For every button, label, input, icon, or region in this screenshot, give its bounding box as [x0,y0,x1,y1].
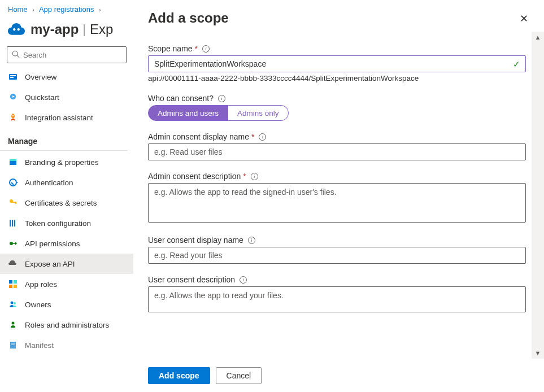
svg-rect-5 [10,75,16,76]
admin-desc-label: Admin consent description* i [148,172,526,181]
chevron-right-icon: › [32,6,34,13]
info-icon[interactable]: i [240,276,247,284]
branding-icon [8,157,18,167]
svg-rect-21 [14,285,17,288]
page-title-section: Exp [90,21,113,37]
rocket-icon [8,112,18,123]
user-consent-display-name-input[interactable] [148,247,526,264]
svg-point-2 [12,51,18,56]
nav-integration-assistant[interactable]: Integration assistant [0,107,133,128]
scope-name-label: Scope name* i [148,44,526,53]
overview-icon [8,72,18,82]
svg-rect-20 [9,285,12,288]
nav-expose-api[interactable]: Expose an API [0,254,133,274]
svg-point-17 [10,242,13,245]
info-icon[interactable]: i [202,45,210,53]
nav-roles-administrators[interactable]: Roles and administrators [0,315,133,335]
search-icon [12,50,20,60]
user-display-label: User consent display name i [148,236,526,245]
key-icon [8,198,18,208]
manifest-icon [8,340,18,350]
info-icon[interactable]: i [259,133,266,141]
token-icon [8,218,18,228]
consent-admins-users[interactable]: Admins and users [148,105,228,121]
svg-point-24 [12,322,15,325]
info-icon[interactable]: i [248,237,255,244]
nav-authentication[interactable]: Authentication [0,172,133,193]
nav-header-manage: Manage [0,128,128,151]
nav-app-roles[interactable]: App roles [0,274,133,294]
scroll-up-icon[interactable]: ▲ [535,32,541,43]
nav-label: App roles [25,280,57,289]
nav-label: Branding & properties [25,158,99,167]
nav-manifest[interactable]: Manifest [0,335,133,355]
quickstart-icon [8,92,18,102]
nav-label: Expose an API [25,260,75,268]
svg-line-3 [17,55,19,58]
admin-consent-description-input[interactable] [148,183,526,223]
svg-rect-6 [10,77,14,78]
svg-rect-27 [11,345,15,345]
nav-certificates-secrets[interactable]: Certificates & secrets [0,193,133,213]
nav-label: Roles and administrators [25,321,109,329]
nav-overview[interactable]: Overview [0,67,133,87]
svg-rect-18 [9,280,12,284]
svg-point-1 [18,28,20,31]
admin-consent-display-name-input[interactable] [148,143,526,160]
nav-label: Owners [25,300,51,309]
search-input[interactable] [23,51,121,59]
permissions-icon [8,238,18,249]
nav-label: Integration assistant [25,114,93,122]
consent-toggle: Admins and users Admins only [148,105,289,121]
svg-rect-15 [12,220,13,227]
expose-api-icon [8,259,18,269]
add-scope-panel: Add a scope ✕ Scope name* i ✓ api://0000… [133,0,544,392]
nav-token-configuration[interactable]: Token configuration [0,213,133,233]
app-roles-icon [8,279,18,289]
check-icon: ✓ [513,59,520,69]
nav-label: Certificates & secrets [25,199,97,207]
svg-point-23 [14,302,16,304]
admin-display-label: Admin consent display name* i [148,132,526,141]
nav-label: API permissions [25,239,80,248]
nav-label: Overview [25,73,56,81]
breadcrumb-home[interactable]: Home [8,5,28,14]
svg-rect-19 [14,280,17,284]
consent-label: Who can consent? i [148,94,526,103]
breadcrumb: Home › App registrations › [0,0,133,14]
svg-point-7 [12,115,14,116]
add-scope-button[interactable]: Add scope [148,367,210,384]
cancel-button[interactable]: Cancel [216,367,262,384]
owners-icon [8,299,18,310]
page-header: my-app | Exp [0,14,133,45]
consent-admins-only[interactable]: Admins only [228,105,289,121]
svg-rect-9 [10,159,16,161]
breadcrumb-app-registrations[interactable]: App registrations [39,5,94,14]
scroll-down-icon[interactable]: ▼ [535,347,541,359]
nav-label: Token configuration [25,219,91,228]
title-separator: | [82,22,86,37]
chevron-right-icon: › [99,6,101,13]
authentication-icon [8,177,18,188]
required-marker: * [195,44,198,53]
nav-api-permissions[interactable]: API permissions [0,233,133,254]
sidebar-nav: Overview Quickstart Integration assistan… [0,67,133,355]
user-consent-description-input[interactable] [148,286,526,312]
info-icon[interactable]: i [218,95,225,102]
close-icon[interactable]: ✕ [517,10,530,27]
sidebar-search[interactable] [7,46,127,63]
nav-branding[interactable]: Branding & properties [0,152,133,172]
nav-quickstart[interactable]: Quickstart [0,87,133,107]
scrollbar[interactable]: ▲ ▼ [532,32,544,359]
scope-uri-text: api://00001111-aaaa-2222-bbbb-3333cccc44… [148,74,526,82]
svg-point-22 [11,302,14,304]
info-icon[interactable]: i [251,173,258,180]
nav-owners[interactable]: Owners [0,294,133,315]
nav-label: Manifest [25,341,54,350]
scope-name-input[interactable] [148,55,526,72]
page-title-app: my-app [31,21,79,37]
nav-label: Quickstart [25,93,59,102]
svg-rect-13 [15,202,16,204]
svg-rect-26 [11,343,15,343]
roles-admin-icon [8,320,18,330]
